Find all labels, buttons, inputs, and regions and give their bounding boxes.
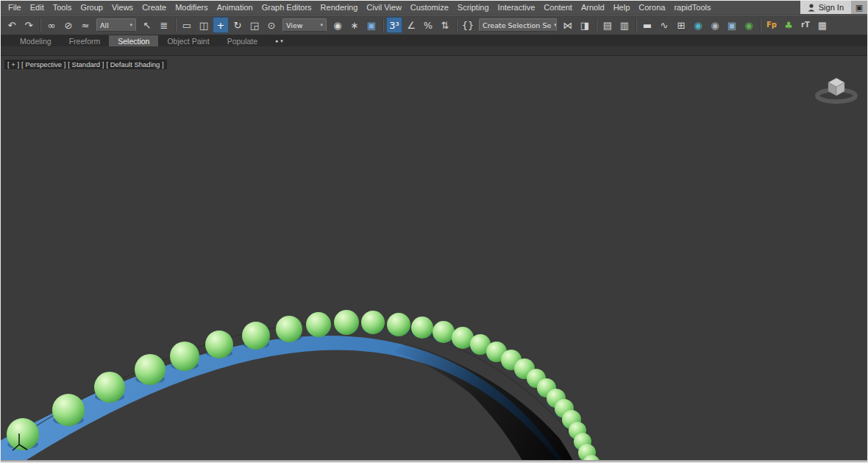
scene-sphere[interactable] <box>411 317 433 339</box>
tab-selection[interactable]: Selection <box>109 35 158 46</box>
select-by-name-button[interactable]: ≣ <box>156 17 172 33</box>
toggle-layer-explorer-button[interactable]: ▥ <box>616 17 633 33</box>
use-pivot-point-center-button[interactable]: ◉ <box>330 17 346 33</box>
menu-item-modifiers[interactable]: Modifiers <box>171 1 213 13</box>
tab-freeform[interactable]: Freeform <box>60 35 110 46</box>
viewport-shading-menu[interactable]: [ Default Shading ] <box>106 60 163 68</box>
toggle-ribbon-button[interactable]: ▬ <box>639 17 655 33</box>
toggle-scene-explorer-icon: ▤ <box>603 21 612 30</box>
render-production-button[interactable]: ◉ <box>741 17 757 33</box>
menu-item-arnold[interactable]: Arnold <box>577 1 609 13</box>
menu-item-group[interactable]: Group <box>76 1 107 13</box>
menu-item-edit[interactable]: Edit <box>26 1 49 13</box>
mirror-button[interactable]: ⋈ <box>560 17 576 33</box>
unlink-selection-button[interactable]: ⊘ <box>60 17 77 33</box>
viewport[interactable]: [ + ][ Perspective ][ Standard ][ Defaul… <box>1 56 867 460</box>
schematic-view-button[interactable]: ⊞ <box>673 17 689 33</box>
scene-sphere[interactable] <box>276 316 302 342</box>
redo-button[interactable]: ↷ <box>21 17 37 33</box>
menu-item-file[interactable]: File <box>4 1 26 13</box>
toggle-scene-explorer-button[interactable]: ▤ <box>600 17 616 33</box>
tab-modeling[interactable]: Modeling <box>11 35 60 46</box>
ribbon-dot-icon: ● <box>275 38 278 43</box>
scene-sphere[interactable] <box>135 354 166 385</box>
main-toolbar: ↶↷∞⊘≈All▾↖≣▭◫+↻◲⊙View▾◉∗▣3³∠%⇅{}Create S… <box>1 15 867 35</box>
menu-item-scripting[interactable]: Scripting <box>453 1 494 13</box>
undo-button[interactable]: ↶ <box>4 17 20 33</box>
select-and-scale-button[interactable]: ◲ <box>246 17 263 33</box>
render-setup-button[interactable]: ◉ <box>707 17 723 33</box>
named-selection-sets-dropdown[interactable]: Create Selection Se▾ <box>479 18 557 32</box>
menu-item-tools[interactable]: Tools <box>49 1 77 13</box>
forest-pack-button[interactable]: Fp <box>764 17 780 33</box>
select-object-button[interactable]: ↖ <box>139 17 155 33</box>
scene-sphere[interactable] <box>170 342 199 371</box>
viewport-pov-menu[interactable]: [ Perspective ] <box>21 60 65 68</box>
menu-item-civil-view[interactable]: Civil View <box>362 1 405 13</box>
tab-object-paint[interactable]: Object Paint <box>158 35 218 46</box>
unlink-selection-icon: ⊘ <box>65 21 73 30</box>
bind-to-space-warp-icon: ≈ <box>82 21 90 30</box>
rapid-tools-button[interactable]: rT <box>797 17 814 33</box>
menu-item-create[interactable]: Create <box>138 1 171 13</box>
forest-tree-button[interactable]: ♣ <box>780 17 797 33</box>
select-and-link-icon: ∞ <box>48 21 56 30</box>
scene-sphere[interactable] <box>7 418 39 450</box>
spinner-snap-button[interactable]: ⇅ <box>437 17 453 33</box>
viewport-renderer-menu[interactable]: [ Standard ] <box>68 60 104 68</box>
menu-item-rapidtools[interactable]: rapidTools <box>669 1 715 13</box>
curve-editor-button[interactable]: ∿ <box>656 17 672 33</box>
select-and-rotate-button[interactable]: ↻ <box>230 17 246 33</box>
menu-item-views[interactable]: Views <box>107 1 138 13</box>
select-object-icon: ↖ <box>143 21 152 30</box>
menu-item-help[interactable]: Help <box>609 1 635 13</box>
selection-filter-dropdown[interactable]: All▾ <box>96 18 136 32</box>
percent-snap-button[interactable]: % <box>420 17 436 33</box>
align-button[interactable]: ◨ <box>577 17 593 33</box>
scene-sphere[interactable] <box>361 311 385 334</box>
toolbar-separator <box>383 18 383 32</box>
scene-sphere[interactable] <box>242 322 270 350</box>
reference-coordinate-system-dropdown[interactable]: View▾ <box>282 18 327 32</box>
window-crossing-icon: ◫ <box>199 21 208 30</box>
material-editor-button[interactable]: ◉ <box>690 17 706 33</box>
workspace-button[interactable]: ▣ <box>851 1 867 14</box>
scene-sphere[interactable] <box>334 310 359 335</box>
ribbon-options-button[interactable]: ● ▾ <box>275 35 283 46</box>
select-and-move-button[interactable]: + <box>213 17 229 33</box>
named-selection-sets-value: Create Selection Se <box>483 21 551 29</box>
scene-sphere[interactable] <box>433 321 455 343</box>
viewport-general-menu[interactable]: [ + ] <box>7 60 19 68</box>
scene-sphere[interactable] <box>52 394 85 426</box>
scene-sphere[interactable] <box>387 313 410 336</box>
window-crossing-button[interactable]: ◫ <box>196 17 212 33</box>
scene-sphere[interactable] <box>205 331 233 358</box>
select-and-link-button[interactable]: ∞ <box>43 17 60 33</box>
menu-item-animation[interactable]: Animation <box>213 1 257 13</box>
rendered-frame-window-button[interactable]: ▣ <box>724 17 740 33</box>
grid-explorer-button[interactable]: ▦ <box>814 17 830 33</box>
menu-item-graph-editors[interactable]: Graph Editors <box>257 1 316 13</box>
menu-item-interactive[interactable]: Interactive <box>494 1 540 13</box>
snaps-toggle-button[interactable]: 3³ <box>386 17 402 33</box>
select-and-manipulate-button[interactable]: ∗ <box>346 17 363 33</box>
scene-sphere[interactable] <box>306 312 331 337</box>
edit-named-selection-sets-button[interactable]: {} <box>460 17 476 33</box>
view-cube[interactable] <box>817 78 855 102</box>
menu-item-corona[interactable]: Corona <box>634 1 669 13</box>
scene-sphere[interactable] <box>94 372 125 403</box>
viewport-canvas[interactable] <box>1 56 867 460</box>
menu-item-rendering[interactable]: Rendering <box>316 1 363 13</box>
toggle-ribbon-icon: ▬ <box>643 21 652 30</box>
tab-populate[interactable]: Populate <box>218 35 266 46</box>
sign-in-button[interactable]: Sign In <box>800 1 851 14</box>
angle-snap-button[interactable]: ∠ <box>403 17 419 33</box>
bind-to-space-warp-button[interactable]: ≈ <box>77 17 93 33</box>
select-and-place-button[interactable]: ⊙ <box>263 17 280 33</box>
menu-item-customize[interactable]: Customize <box>406 1 453 13</box>
keyboard-shortcut-override-button[interactable]: ▣ <box>363 17 380 33</box>
account-area: Sign In ▣ <box>800 1 867 14</box>
menu-item-content[interactable]: Content <box>539 1 577 13</box>
rectangular-selection-region-button[interactable]: ▭ <box>179 17 195 33</box>
align-icon: ◨ <box>580 21 589 30</box>
